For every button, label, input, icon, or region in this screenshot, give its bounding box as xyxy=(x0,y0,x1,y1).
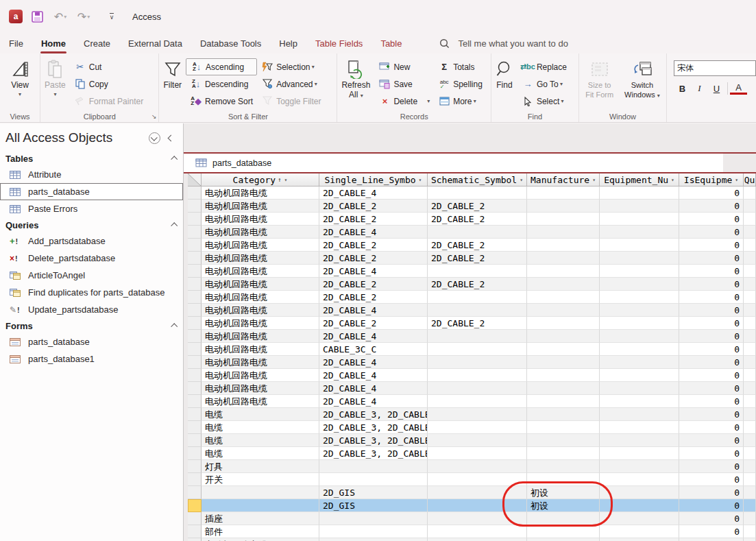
table-cell[interactable]: 电动机回路电缆 xyxy=(202,317,319,330)
table-cell[interactable] xyxy=(527,512,600,525)
table-cell[interactable] xyxy=(600,486,679,499)
table-cell[interactable]: 0 xyxy=(679,200,744,213)
table-cell[interactable] xyxy=(428,382,527,395)
table-cell[interactable] xyxy=(428,512,527,525)
table-cell[interactable] xyxy=(428,265,527,278)
shutter-bar-close-icon[interactable] xyxy=(168,134,175,141)
table-cell[interactable] xyxy=(600,304,679,317)
table-cell[interactable] xyxy=(527,200,600,213)
column-header-single-line-symbo[interactable]: Single_Line_Symbo▾ xyxy=(319,173,428,187)
table-cell[interactable] xyxy=(428,525,527,538)
selection-button[interactable]: Selection ▾ xyxy=(257,58,325,75)
column-dropdown-icon[interactable]: ▾ xyxy=(671,177,674,183)
table-cell[interactable] xyxy=(428,369,527,382)
table-cell[interactable]: 0 xyxy=(679,213,744,226)
table-cell[interactable]: 0 xyxy=(679,291,744,304)
table-cell[interactable] xyxy=(428,330,527,343)
size-to-fit-form-button[interactable]: Size to Fit Form xyxy=(581,57,618,102)
table-cell[interactable] xyxy=(744,395,756,408)
table-cell[interactable]: 电缆 xyxy=(202,434,319,447)
table-cell[interactable]: 0 xyxy=(679,317,744,330)
delete-record-button[interactable]: × Delete▾ xyxy=(374,93,434,110)
table-cell[interactable] xyxy=(527,395,600,408)
table-cell[interactable]: 0 xyxy=(679,278,744,291)
table-cell[interactable]: 0 xyxy=(679,421,744,434)
table-cell[interactable]: 0 xyxy=(679,187,744,200)
table-cell[interactable]: 开关 xyxy=(202,473,319,486)
table-cell[interactable] xyxy=(600,369,679,382)
table-cell[interactable]: 电动机回路电缆 xyxy=(202,395,319,408)
column-header-category[interactable]: Category↑▾ xyxy=(202,173,319,187)
table-cell[interactable]: 2D_CABLE_4 xyxy=(319,226,428,239)
column-dropdown-icon[interactable]: ▾ xyxy=(735,177,738,183)
table-cell[interactable] xyxy=(428,187,527,200)
sidebar-item-articletoangel[interactable]: ArticleToAngel xyxy=(0,267,183,284)
record-selector[interactable] xyxy=(188,408,202,421)
record-selector[interactable] xyxy=(188,278,202,291)
collapse-chevron-icon[interactable] xyxy=(171,222,178,229)
table-cell[interactable]: 插座 xyxy=(202,512,319,525)
undo-button[interactable]: ↶▾ xyxy=(51,7,69,26)
table-cell[interactable]: 电动机回路电缆 xyxy=(202,304,319,317)
redo-button[interactable]: ↷▾ xyxy=(75,7,93,26)
refresh-all-button[interactable]: Refresh All ▾ xyxy=(337,57,374,110)
find-button[interactable]: Find xyxy=(491,57,517,110)
table-cell[interactable] xyxy=(744,343,756,356)
table-cell[interactable] xyxy=(744,408,756,421)
table-cell[interactable] xyxy=(527,213,600,226)
table-cell[interactable]: 0 xyxy=(679,304,744,317)
record-selector[interactable] xyxy=(188,382,202,395)
table-cell[interactable] xyxy=(744,447,756,460)
table-cell[interactable] xyxy=(744,486,756,499)
tab-home[interactable]: Home xyxy=(32,35,75,52)
table-cell[interactable]: 0 xyxy=(679,239,744,252)
table-cell[interactable]: 2D_CABLE_3, 2D_CABLE xyxy=(319,421,428,434)
column-header-manufacture[interactable]: Manufacture▾ xyxy=(527,173,600,187)
table-cell[interactable] xyxy=(744,512,756,525)
table-cell[interactable] xyxy=(600,187,679,200)
font-name-combobox[interactable] xyxy=(674,60,756,76)
tab-help[interactable]: Help xyxy=(270,35,306,52)
italic-button[interactable]: I xyxy=(691,83,708,94)
sidebar-item-paste-errors[interactable]: Paste Errors xyxy=(0,200,183,217)
table-cell[interactable]: 初设 xyxy=(527,499,600,512)
table-cell[interactable]: 部件 xyxy=(202,525,319,538)
table-cell[interactable]: 0 xyxy=(679,447,744,460)
table-cell[interactable] xyxy=(527,291,600,304)
tab-table-fields[interactable]: Table Fields xyxy=(306,35,371,52)
table-cell[interactable] xyxy=(527,343,600,356)
column-header-isequipme[interactable]: IsEquipme▾ xyxy=(679,173,744,187)
table-cell[interactable]: 2D_CABLE_2 xyxy=(319,239,428,252)
section-header-tables[interactable]: Tables xyxy=(0,151,183,166)
table-cell[interactable]: 电动机回路电缆 xyxy=(202,330,319,343)
record-selector[interactable] xyxy=(188,239,202,252)
table-cell[interactable]: 2D_CABLE_2 xyxy=(319,213,428,226)
table-cell[interactable]: 0 xyxy=(679,252,744,265)
table-cell[interactable] xyxy=(744,226,756,239)
table-cell[interactable] xyxy=(744,278,756,291)
switch-windows-button[interactable]: Switch Windows ▾ xyxy=(620,57,664,102)
replace-button[interactable]: ⇄bc Replace xyxy=(517,58,571,75)
table-cell[interactable] xyxy=(428,226,527,239)
table-cell[interactable] xyxy=(600,395,679,408)
record-selector[interactable] xyxy=(188,369,202,382)
totals-button[interactable]: Σ Totals xyxy=(434,58,487,75)
table-cell[interactable] xyxy=(744,239,756,252)
table-cell[interactable]: 2D_CABLE_4 xyxy=(319,369,428,382)
table-cell[interactable]: 电缆 xyxy=(202,421,319,434)
record-selector[interactable] xyxy=(188,525,202,538)
table-cell[interactable] xyxy=(744,356,756,369)
table-cell[interactable]: 0 xyxy=(679,538,744,541)
record-selector[interactable] xyxy=(188,434,202,447)
table-cell[interactable]: 2D_GIS xyxy=(319,486,428,499)
record-selector[interactable] xyxy=(188,538,202,541)
table-cell[interactable] xyxy=(600,278,679,291)
table-cell[interactable]: 0 xyxy=(679,473,744,486)
record-selector[interactable] xyxy=(188,486,202,499)
table-cell[interactable] xyxy=(600,291,679,304)
table-cell[interactable] xyxy=(428,447,527,460)
sidebar-item-parts-database1[interactable]: parts_database1 xyxy=(0,350,183,368)
record-selector[interactable] xyxy=(188,304,202,317)
table-cell[interactable] xyxy=(527,538,600,541)
column-dropdown-icon[interactable]: ▾ xyxy=(520,177,523,183)
